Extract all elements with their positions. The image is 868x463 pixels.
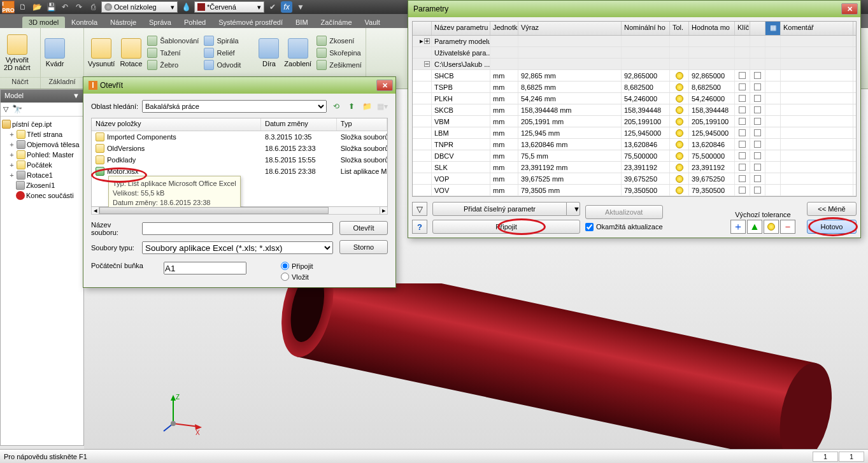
appearance-combo[interactable]: *Červená ▾ <box>194 1 264 13</box>
param-row[interactable]: VOPmm39,67525 mm39,67525039,675250 <box>413 173 856 185</box>
dropdown-icon[interactable]: ▼ <box>295 1 306 13</box>
filename-input[interactable] <box>142 222 333 235</box>
tree-item[interactable]: +Třetí strana <box>2 129 82 139</box>
file-list[interactable]: Název položky Datum změny Typ Imported C… <box>91 118 388 207</box>
tol-icon[interactable] <box>676 72 683 80</box>
tab-kontrola[interactable]: Kontrola <box>65 17 104 28</box>
group-row[interactable]: −C:\Users\Jakub ... <box>413 59 856 70</box>
sweep-button[interactable]: Tažení <box>147 48 199 58</box>
key-checkbox[interactable] <box>739 152 746 159</box>
parameters-titlebar[interactable]: Parametry ✕ <box>408 1 860 17</box>
tol-icon[interactable] <box>676 129 683 137</box>
param-row[interactable]: VOVmm79,3505 mm79,35050079,350500 <box>413 185 856 196</box>
col-date[interactable]: Datum změny <box>261 118 337 131</box>
tol-icon[interactable] <box>676 187 683 194</box>
lookin-combo[interactable]: Bakalářská práce <box>142 100 327 113</box>
tab-pohled[interactable]: Pohled <box>178 17 212 28</box>
tab-vault[interactable]: Vault <box>359 17 387 28</box>
tol-nominal-icon[interactable] <box>764 220 779 234</box>
file-row[interactable]: Imported Components8.3.2015 10:35Složka … <box>92 131 387 143</box>
close-button[interactable]: ✕ <box>376 80 393 91</box>
tol-icon[interactable] <box>676 83 683 91</box>
draft-button[interactable]: Zešikmení <box>317 60 362 70</box>
back-icon[interactable]: ⟲ <box>331 101 342 112</box>
add-numeric-menu[interactable]: ▼ <box>567 202 580 216</box>
group-row[interactable]: Uživatelské para... <box>413 47 856 59</box>
fillet-button[interactable]: Zaoblení <box>284 38 311 68</box>
radio-embed[interactable]: Vložit <box>281 273 313 281</box>
hscroll[interactable]: ◂ ▸ <box>91 207 388 215</box>
col-expr[interactable]: Výraz <box>518 22 622 35</box>
export-checkbox[interactable] <box>754 187 761 194</box>
export-checkbox[interactable] <box>754 106 761 113</box>
key-checkbox[interactable] <box>739 175 746 182</box>
key-checkbox[interactable] <box>739 187 746 194</box>
col-key[interactable]: Klíč <box>735 22 750 35</box>
tree-root[interactable]: pístní čep.ipt <box>2 119 82 129</box>
views-icon[interactable]: ▦▾ <box>376 101 388 112</box>
key-checkbox[interactable] <box>739 95 746 102</box>
key-checkbox[interactable] <box>739 83 746 90</box>
shell-button[interactable]: Skořepina <box>317 48 362 58</box>
key-checkbox[interactable] <box>739 129 746 136</box>
immediate-checkbox[interactable]: Okamžitá aktualizace <box>585 223 663 231</box>
tol-icon[interactable] <box>676 141 683 148</box>
chamfer-button[interactable]: Zkosení <box>317 36 362 46</box>
param-row[interactable]: VBMmm205,1991 mm205,199100205,199100 <box>413 116 856 127</box>
param-row[interactable]: SHCBmm92,865 mm92,86500092,865000 <box>413 70 856 82</box>
print-icon[interactable]: ⎙ <box>87 1 99 13</box>
export-checkbox[interactable] <box>754 129 761 136</box>
tol-icon[interactable] <box>676 164 683 171</box>
undo-icon[interactable]: ↶ <box>59 1 71 13</box>
extrude-button[interactable]: Vysunutí <box>88 38 115 68</box>
less-button[interactable]: << Méně <box>807 202 857 216</box>
finish-icon[interactable]: ✔ <box>267 1 278 13</box>
col-name[interactable]: Název položky <box>92 118 261 131</box>
tab-3dmodel[interactable]: 3D model <box>22 17 65 28</box>
save-icon[interactable]: 💾 <box>45 1 57 13</box>
param-row[interactable]: PLKHmm54,246 mm54,24600054,246000 <box>413 93 856 104</box>
filter-button[interactable]: ▽ <box>412 202 427 216</box>
tree-item[interactable]: +Pohled: Master <box>2 150 82 160</box>
create-2d-sketch-button[interactable]: Vytvořit 2D náčrt <box>4 34 31 71</box>
export-checkbox[interactable] <box>754 72 761 79</box>
tol-minus-icon[interactable]: － <box>780 220 795 234</box>
export-checkbox[interactable] <box>754 164 761 171</box>
link-button[interactable]: Připojit <box>432 220 580 234</box>
tol-icon[interactable] <box>676 118 683 125</box>
add-numeric-button[interactable]: Přidat číselný parametr <box>432 202 567 216</box>
parameters-grid[interactable]: Název parametru Jednotk Výraz Nominální … <box>412 21 857 197</box>
export-checkbox[interactable] <box>754 118 761 125</box>
export-checkbox[interactable] <box>754 152 761 159</box>
emboss-button[interactable]: Reliéf <box>204 48 241 58</box>
col-tol[interactable]: Tol. <box>670 22 689 35</box>
col-mod[interactable]: Hodnota mo <box>689 22 735 35</box>
tab-bim[interactable]: BIM <box>289 17 315 28</box>
filter-icon[interactable]: ▽ <box>3 105 8 113</box>
param-row[interactable]: SKCBmm158,394448 mm158,394448158,394448 <box>413 104 856 116</box>
rib-button[interactable]: Žebro <box>147 60 199 70</box>
coil-button[interactable]: Spirála <box>204 36 241 46</box>
fx-icon[interactable]: fx <box>281 1 292 13</box>
redo-icon[interactable]: ↷ <box>73 1 85 13</box>
col-comment[interactable]: Komentář <box>781 22 853 35</box>
tree-item[interactable]: +Objemová tělesa <box>2 139 82 150</box>
radio-link[interactable]: Připojit <box>281 262 313 270</box>
tree-item[interactable]: +Počátek <box>2 160 82 170</box>
newfolder-icon[interactable]: 📁 <box>361 101 373 112</box>
col-unit[interactable]: Jednotk <box>490 22 518 35</box>
tab-systemove[interactable]: Systémové prostředí <box>212 17 289 28</box>
col-type[interactable]: Typ <box>337 118 387 131</box>
open-button[interactable]: Otevřít <box>339 221 388 235</box>
tab-nastroje[interactable]: Nástroje <box>104 17 143 28</box>
tree-item[interactable]: +Rotace1 <box>2 170 82 180</box>
hole-button[interactable]: Díra <box>259 38 279 68</box>
tol-icon[interactable] <box>676 106 683 114</box>
cancel-button[interactable]: Storno <box>339 240 388 254</box>
tol-icon[interactable] <box>676 152 683 160</box>
param-row[interactable]: TSPBmm8,6825 mm8,6825008,682500 <box>413 82 856 93</box>
col-export-icon[interactable]: ▦ <box>765 22 781 35</box>
col-nom[interactable]: Nominální ho <box>622 22 670 35</box>
new-icon[interactable]: 🗋 <box>17 1 29 13</box>
group-row[interactable]: ▸+Parametry modelu <box>413 36 856 47</box>
